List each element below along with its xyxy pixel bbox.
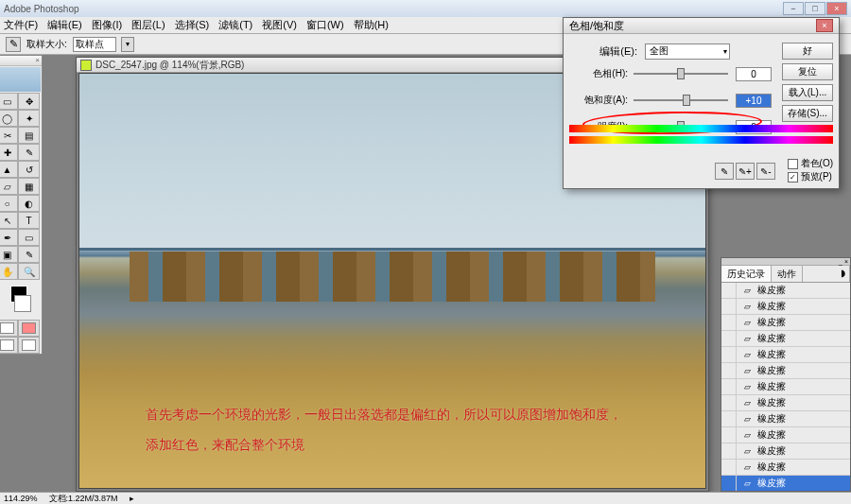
brush-tool[interactable]: ✎ [18,144,40,161]
zoom-tool[interactable]: 🔍 [18,263,40,280]
shape-tool[interactable]: ▭ [18,229,40,246]
ok-button[interactable]: 好 [782,43,833,60]
history-item[interactable]: ▱橡皮擦 [721,363,850,379]
marquee-tool[interactable]: ▭ [0,93,18,110]
lasso-tool[interactable]: ◯ [0,110,18,127]
history-item[interactable]: ▱橡皮擦 [721,299,850,315]
slice-tool[interactable]: ▤ [18,127,40,144]
history-item[interactable]: ▱橡皮擦 [721,411,850,427]
slider-track-0[interactable] [634,73,728,75]
gradient-tool[interactable]: ▦ [18,178,40,195]
panel-menu-icon[interactable]: ◗ [835,266,850,282]
hue-bar-bottom [569,136,833,144]
close-button[interactable]: × [826,2,847,15]
load-button[interactable]: 载入(L)... [782,84,833,101]
history-item[interactable]: ▱橡皮擦 [721,427,850,443]
doc-info: 文档:1.22M/3.87M [49,493,118,505]
slider-track-1[interactable] [634,99,728,101]
history-item[interactable]: ▱橡皮擦 [721,331,850,347]
slider-label-0: 色相(H): [573,67,628,80]
slider-value-1[interactable]: +10 [736,94,772,108]
dialog-titlebar[interactable]: 色相/饱和度 × [564,18,839,34]
sample-size-label: 取样大小: [26,38,67,51]
hue-saturation-dialog: 色相/饱和度 × 编辑(E): 全图 色相(H):0饱和度(A):+10明度(I… [563,17,840,189]
move-tool[interactable]: ✥ [18,93,40,110]
eraser-icon: ▱ [739,316,755,329]
eyedropper-add[interactable]: ✎+ [736,163,755,180]
screen-mode-1[interactable] [0,337,18,354]
title-bar: Adobe Photoshop − □ × [0,0,851,17]
history-list: ▱橡皮擦▱橡皮擦▱橡皮擦▱橡皮擦▱橡皮擦▱橡皮擦▱橡皮擦▱橡皮擦▱橡皮擦▱橡皮擦… [721,283,850,491]
maximize-button[interactable]: □ [805,2,825,15]
sample-size-combo[interactable]: 取样点 [73,37,116,52]
quickmask-mode[interactable] [18,320,40,337]
dodge-tool[interactable]: ◐ [18,195,40,212]
menu-select[interactable]: 选择(S) [175,18,210,32]
zoom-level[interactable]: 114.29% [4,494,38,503]
dialog-title-text: 色相/饱和度 [569,19,624,33]
eraser-icon: ▱ [739,364,755,377]
screen-mode-2[interactable] [18,337,40,354]
edit-select[interactable]: 全图 [645,43,730,60]
wand-tool[interactable]: ✦ [18,110,40,127]
save-button[interactable]: 存储(S)... [782,105,833,122]
sample-size-dropdown[interactable]: ▾ [121,37,134,52]
eyedropper-icon: ✎ [6,37,21,52]
history-brush[interactable]: ↺ [18,161,40,178]
doc-icon [80,60,92,71]
hand-tool[interactable]: ✋ [0,263,18,280]
crop-tool[interactable]: ✂ [0,127,18,144]
heal-tool[interactable]: ✚ [0,144,18,161]
eraser-tool[interactable]: ▱ [0,178,18,195]
colorize-check[interactable]: 着色(O) [788,157,833,170]
eyedropper-set[interactable]: ✎ [715,163,734,180]
history-item[interactable]: ▱橡皮擦 [721,443,850,460]
eraser-icon: ▱ [739,461,755,474]
menu-file[interactable]: 文件(F) [4,18,38,32]
history-item[interactable]: ▱橡皮擦 [721,379,850,395]
stamp-tool[interactable]: ▲ [0,161,18,178]
eraser-icon: ▱ [739,300,755,313]
minimize-button[interactable]: − [783,2,804,15]
actions-tab[interactable]: 动作 [772,266,803,282]
notes-tool[interactable]: ▣ [0,246,18,263]
pen-tool[interactable]: ✒ [0,229,18,246]
menu-window[interactable]: 窗口(W) [306,18,344,32]
history-tab[interactable]: 历史记录 [721,266,772,282]
type-tool[interactable]: T [18,212,40,229]
bg-color[interactable] [14,295,31,312]
annotation-text-1: 首先考虑一个环境的光影，一般日出落选都是偏红的，所以可以原图增加饱和度， [146,403,696,426]
eraser-icon: ▱ [739,348,755,361]
eraser-icon: ▱ [739,284,755,297]
history-item[interactable]: ▱橡皮擦 [721,315,850,331]
preview-check[interactable]: ✓预览(P) [788,170,833,183]
eraser-icon: ▱ [739,396,755,409]
history-item[interactable]: ▱橡皮擦 [721,347,850,363]
path-tool[interactable]: ↖ [0,212,18,229]
slider-value-0[interactable]: 0 [736,67,772,81]
color-swatches [0,284,42,314]
menu-filter[interactable]: 滤镜(T) [218,18,252,32]
window-controls: − □ × [783,2,847,15]
menu-view[interactable]: 视图(V) [262,18,297,32]
toolbox-grip[interactable]: × [0,56,42,66]
menu-edit[interactable]: 编辑(E) [47,18,82,32]
reset-button[interactable]: 复位 [782,63,833,80]
history-grip[interactable]: _ × [721,258,850,266]
blur-tool[interactable]: ○ [0,195,18,212]
eraser-icon: ▱ [739,444,755,458]
history-item[interactable]: ▱橡皮擦 [721,395,850,411]
menu-image[interactable]: 图像(I) [92,18,122,32]
eraser-icon: ▱ [739,380,755,393]
menu-help[interactable]: 帮助(H) [354,18,389,32]
eyedrop-tool[interactable]: ✎ [18,246,40,263]
history-item[interactable]: ▱橡皮擦 [721,460,850,476]
history-item[interactable]: ▱橡皮擦 [721,283,850,299]
menu-layer[interactable]: 图层(L) [131,18,165,32]
navigator-thumb[interactable] [0,67,41,92]
dialog-close-button[interactable]: × [816,19,833,32]
eyedropper-sub[interactable]: ✎- [756,163,775,180]
status-arrow-icon[interactable]: ▸ [130,494,134,503]
history-item[interactable]: ▱橡皮擦 [721,476,850,491]
standard-mode[interactable] [0,320,18,337]
